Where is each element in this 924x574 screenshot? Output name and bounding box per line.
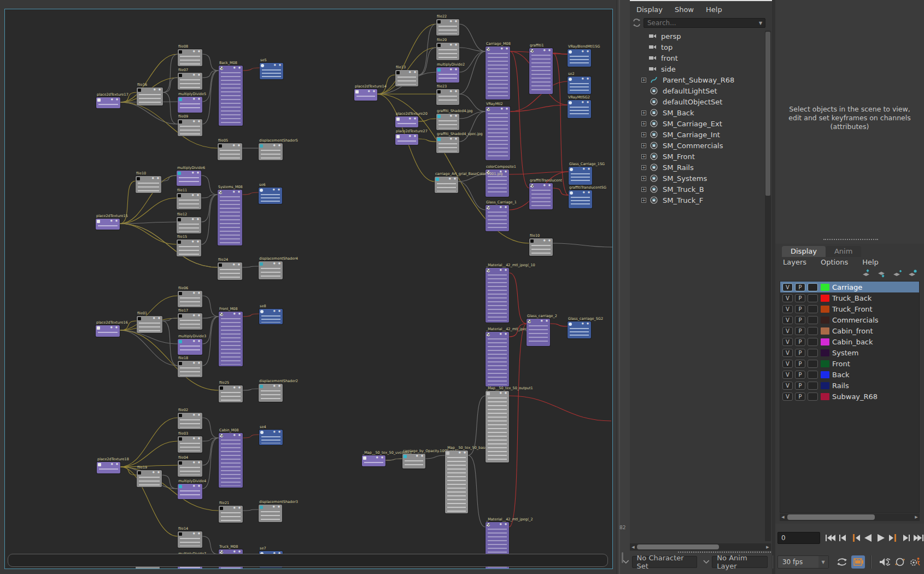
expand-icon[interactable]: + xyxy=(641,143,646,148)
layer-row-commercials[interactable]: VPCommercials xyxy=(780,314,919,325)
graph-node-a_hub[interactable]: file16● ● xyxy=(137,87,163,106)
layer-visibility-toggle[interactable]: V xyxy=(782,294,793,302)
animation-preferences-icon[interactable] xyxy=(909,555,923,569)
current-frame-field[interactable]: 0 xyxy=(777,532,820,544)
expand-icon[interactable]: + xyxy=(641,78,646,83)
layer-menu-layers[interactable]: Layers xyxy=(783,258,806,266)
layer-color-swatch[interactable] xyxy=(821,393,829,400)
layer-display-mode-toggle[interactable] xyxy=(808,305,818,313)
layer-horizontal-scrollbar[interactable]: ◀ ▶ xyxy=(780,513,920,521)
graph-node-r_gc1[interactable]: Glass_Carriage_1● ● xyxy=(486,205,509,231)
tab-display[interactable]: Display xyxy=(782,246,826,257)
graph-node-a_f1[interactable]: file08● ● xyxy=(178,49,202,66)
graph-node-r_g2[interactable]: graffiti_Shaded4_spec.jpg● ● xyxy=(436,137,459,153)
create-empty-layer-icon[interactable] xyxy=(892,269,902,278)
character-set-chevron-icon[interactable] xyxy=(622,560,630,564)
graph-node-d_bf[interactable]: file21● ● xyxy=(219,506,243,523)
graph-node-c_hub[interactable]: file01● ● xyxy=(137,316,162,333)
outliner-item-defaultlightset[interactable]: defaultLightSet xyxy=(630,85,764,96)
scroll-right-arrow[interactable]: ▶ xyxy=(913,514,920,521)
graph-node-r_f10[interactable]: file10● ● xyxy=(529,238,553,256)
graph-node-d_mat[interactable]: Cabin_M08● ● xyxy=(219,433,243,488)
outliner-item-sm_commercials[interactable]: +SM_Commercials xyxy=(630,140,764,151)
layer-playback-toggle[interactable]: P xyxy=(795,305,805,313)
layer-row-truck_front[interactable]: VPTruck_Front xyxy=(780,303,919,314)
audio-mute-icon[interactable] xyxy=(877,555,891,569)
graph-node-a_p2d[interactable]: place2dTexture17● ● xyxy=(96,97,120,108)
layer-display-mode-toggle[interactable] xyxy=(808,393,818,401)
graph-node-d_sg[interactable]: se4● ● xyxy=(259,430,283,445)
play-backwards-button[interactable] xyxy=(862,531,874,545)
outliner-item-front[interactable]: front xyxy=(630,52,764,63)
layer-row-system[interactable]: VPSystem xyxy=(780,347,919,358)
outliner-item-top[interactable]: top xyxy=(630,42,764,52)
graph-node-r_gc2[interactable]: Glass_carriage_2● ● xyxy=(527,319,550,346)
graph-node-r_m9[interactable]: _Material__42_mtl_jpeg(_9● ● xyxy=(486,332,509,386)
graph-node-a_mat[interactable]: Back_M08● ● xyxy=(219,66,243,126)
outliner-item-side[interactable]: side xyxy=(630,63,764,74)
graph-node-r_sgE[interactable]: graffitiTranslucentSG● ● xyxy=(569,190,592,208)
graph-node-d_f2[interactable]: file03● ● xyxy=(178,436,202,453)
pane-sash-dots[interactable] xyxy=(823,239,878,240)
graph-node-r_sgD[interactable]: Glass_Carriage_1SG● ● xyxy=(569,167,592,185)
layer-playback-toggle[interactable]: P xyxy=(795,349,805,357)
playback-loop-icon[interactable] xyxy=(835,555,849,569)
layer-display-mode-toggle[interactable] xyxy=(808,382,818,390)
outliner-item-persp[interactable]: persp xyxy=(630,31,764,42)
layer-row-subway_r68[interactable]: VPSubway_R68 xyxy=(780,391,919,402)
scroll-left-arrow[interactable]: ◀ xyxy=(780,514,786,521)
layer-visibility-toggle[interactable]: V xyxy=(782,338,793,346)
graph-node-a_ds[interactable]: displacementShader5● ● xyxy=(259,143,283,160)
move-layer-up-icon[interactable] xyxy=(862,269,872,278)
layer-playback-toggle[interactable]: P xyxy=(795,371,805,379)
layer-visibility-toggle[interactable]: V xyxy=(782,327,793,335)
scrollbar-handle[interactable] xyxy=(787,514,875,520)
expand-icon[interactable]: + xyxy=(641,176,646,181)
graph-node-bt_base[interactable]: _Map__50_tex_50_basec1● ● xyxy=(445,450,468,513)
layer-visibility-toggle[interactable]: V xyxy=(782,283,793,291)
outliner-menu-display[interactable]: Display xyxy=(636,5,663,14)
pane-divider[interactable]: 82 xyxy=(617,0,630,574)
graph-node-c_f1[interactable]: file06● ● xyxy=(178,291,202,307)
layer-color-swatch[interactable] xyxy=(821,349,829,356)
graph-node-d_f3[interactable]: file04● ● xyxy=(178,460,202,477)
graph-node-b_f2[interactable]: file12● ● xyxy=(177,217,201,233)
graph-node-r_mat1[interactable]: Carriage_M08● ● xyxy=(486,46,510,99)
layer-display-mode-toggle[interactable] xyxy=(808,338,818,346)
go-to-start-button[interactable] xyxy=(824,531,836,545)
graph-node-r_g1[interactable]: graffiti_Shaded4.jpg● ● xyxy=(436,114,459,130)
layer-playback-toggle[interactable]: P xyxy=(795,327,805,335)
graph-node-b_hub[interactable]: file10● ● xyxy=(136,176,161,193)
graph-node-e_f1[interactable]: file14● ● xyxy=(178,531,202,548)
fps-dropdown[interactable]: 30 fps ▼ xyxy=(777,555,829,569)
graph-node-bt_op[interactable]: carriage_by_Opacity.1006.png● ● xyxy=(402,454,425,468)
layer-color-swatch[interactable] xyxy=(821,327,829,335)
step-forward-key-button[interactable] xyxy=(887,531,899,545)
outliner-menu-show[interactable]: Show xyxy=(675,5,694,14)
outliner-item-sm_truck_b[interactable]: +SM_Truck_B xyxy=(630,184,764,195)
graph-node-a_f3[interactable]: file09● ● xyxy=(178,119,202,136)
outliner-item-sm_carriage_ext[interactable]: +SM_Carriage_Ext xyxy=(630,118,764,129)
layer-visibility-toggle[interactable]: V xyxy=(782,349,793,357)
expand-icon[interactable]: + xyxy=(641,198,646,203)
layer-visibility-toggle[interactable]: V xyxy=(782,393,793,401)
layer-row-rails[interactable]: VPRails xyxy=(780,380,919,391)
scrollbar-handle[interactable] xyxy=(637,544,719,549)
graph-node-r_mat2[interactable]: VRayMtl2● ● xyxy=(486,107,510,160)
move-layer-down-icon[interactable] xyxy=(877,269,887,278)
layer-color-swatch[interactable] xyxy=(821,382,829,389)
graph-node-c_f2[interactable]: file17● ● xyxy=(178,313,202,330)
expand-icon[interactable]: + xyxy=(641,110,646,115)
layer-row-back[interactable]: VPBack xyxy=(780,369,919,380)
graph-node-c_mat[interactable]: Front_M08● ● xyxy=(219,312,243,366)
graph-node-b_sg[interactable]: se6● ● xyxy=(259,188,282,204)
step-back-frame-button[interactable] xyxy=(837,531,849,545)
graph-node-r_gt[interactable]: graffitiTranslucent● ● xyxy=(529,183,553,209)
scrollbar-handle[interactable] xyxy=(765,32,770,196)
layer-playback-toggle[interactable]: P xyxy=(795,338,805,346)
graph-node-r_sgC[interactable]: VRayMtlSG2● ● xyxy=(568,100,591,118)
graph-node-r_m[interactable]: multiplyDivide2● ● xyxy=(436,67,459,83)
step-back-key-button[interactable] xyxy=(850,531,861,545)
create-layer-from-selected-icon[interactable] xyxy=(908,269,917,278)
layer-display-mode-toggle[interactable] xyxy=(808,349,818,357)
